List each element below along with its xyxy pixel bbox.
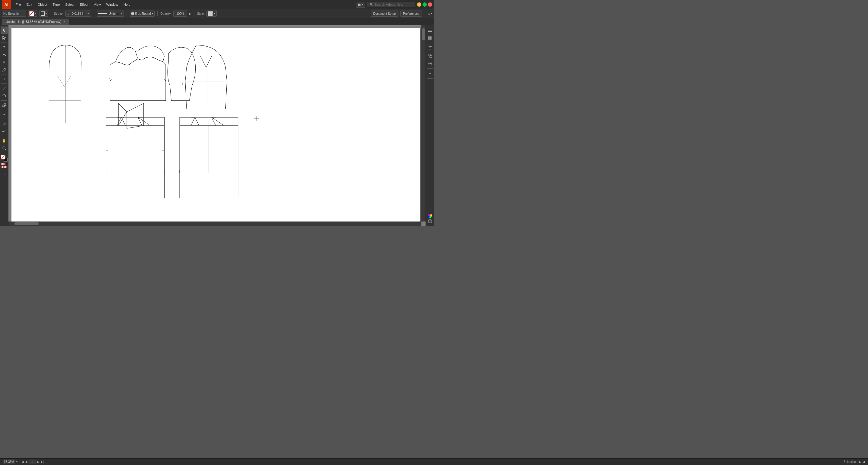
close-button[interactable] (428, 2, 432, 7)
selection-tool[interactable] (1, 27, 8, 34)
doc-setup-button[interactable]: Document Setup (371, 10, 399, 17)
opacity-more-icon: ▶ (189, 12, 191, 16)
color-wheel-icon[interactable] (428, 214, 432, 218)
fill-indicator (1, 155, 5, 159)
asset-export-icon[interactable] (427, 70, 434, 77)
type-tool[interactable]: T (1, 75, 8, 83)
menu-select[interactable]: Select (63, 2, 77, 7)
canvas-area[interactable]: .pattern { fill: none; stroke: #222; str… (8, 25, 426, 226)
menu-file[interactable]: File (13, 2, 24, 7)
fill-dropdown-icon: ▾ (35, 12, 36, 15)
menu-object[interactable]: Object (35, 2, 50, 7)
svg-point-0 (5, 55, 6, 56)
artboard-tool[interactable]: ••• (1, 170, 8, 178)
libraries-icon[interactable] (427, 34, 434, 41)
paintbrush-tool[interactable] (1, 66, 8, 73)
workspace-icon: ⊞ (358, 3, 361, 7)
workspace-selector[interactable]: ⊞ ▾ (356, 2, 365, 7)
tool-sep-6 (1, 119, 7, 119)
fill-color[interactable]: ▾ (28, 10, 37, 17)
stroke-color[interactable]: ▾ (39, 10, 48, 17)
svg-rect-38 (430, 36, 432, 38)
stroke-input[interactable] (70, 12, 87, 16)
search-input[interactable] (375, 3, 411, 6)
ellipse-tool[interactable] (1, 92, 8, 99)
maximize-button[interactable] (423, 2, 427, 7)
menu-effect[interactable]: Effect (78, 2, 91, 7)
stroke-style-caret: ▾ (121, 12, 122, 15)
appearance-panel-icon[interactable] (427, 60, 434, 67)
transform-tool[interactable] (1, 101, 8, 109)
opacity-input[interactable] (175, 12, 186, 16)
stroke-cap-dropdown[interactable]: 5 pt. Round ▾ (130, 10, 155, 17)
svg-line-2 (3, 87, 6, 90)
style-control[interactable]: ▾ (207, 10, 217, 17)
svg-point-7 (2, 131, 4, 132)
toolbox: ✒ ✏ T ✂ (0, 25, 8, 226)
style-label: Style: (197, 12, 205, 16)
stroke-style-dropdown[interactable]: Uniform ▾ (97, 10, 124, 17)
svg-rect-35 (428, 30, 432, 30)
opacity-control[interactable] (173, 10, 187, 17)
tool-sep-1 (1, 42, 7, 42)
direct-selection-tool[interactable] (1, 34, 8, 41)
search-icon: 🔍 (370, 3, 373, 6)
curvature-tool[interactable] (1, 51, 8, 58)
window-controls (417, 2, 432, 7)
properties-panel-icon[interactable] (427, 27, 434, 34)
menu-window[interactable]: Window (104, 2, 121, 7)
svg-line-11 (5, 149, 6, 150)
workspace-caret: ▾ (362, 3, 363, 6)
h-scrollbar[interactable] (8, 221, 421, 226)
line-tool[interactable] (1, 85, 8, 92)
stroke-dropdown-icon: ▾ (45, 12, 47, 15)
svg-rect-44 (428, 54, 430, 56)
ai-logo-icon: Ai (2, 0, 11, 9)
v-scrollbar[interactable] (421, 25, 426, 221)
svg-rect-30 (106, 170, 164, 198)
document-tab[interactable]: Untitled-1* @ 33.33 % (CMYK/Preview) × (2, 19, 69, 25)
menu-view[interactable]: View (91, 2, 103, 7)
pencil-tool[interactable]: ✏ (1, 59, 8, 66)
stroke-down-arrow: ▼ (87, 12, 90, 15)
minimize-button[interactable] (417, 2, 421, 7)
zoom-tool[interactable] (1, 145, 8, 152)
h-scrollbar-thumb[interactable] (14, 222, 38, 225)
separator-1 (51, 11, 51, 16)
svg-line-17 (64, 75, 71, 87)
hand-tool[interactable]: ✋ (1, 137, 8, 144)
panel-separator-2 (427, 68, 433, 69)
right-panels (426, 25, 434, 226)
stroke-cap-label: 5 pt. Round (135, 12, 151, 16)
menu-help[interactable]: Help (121, 2, 133, 7)
search-box[interactable]: 🔍 (367, 2, 415, 7)
tab-close-button[interactable]: × (64, 20, 66, 24)
svg-rect-5 (4, 104, 6, 105)
transform-panel-icon[interactable] (427, 52, 434, 59)
opacity-more[interactable]: ▶ (189, 12, 191, 16)
color-solid-icon[interactable] (428, 219, 432, 223)
scissors-tool[interactable]: ✂ (1, 111, 8, 118)
v-scrollbar-thumb[interactable] (422, 28, 425, 40)
pen-tool[interactable]: ✒ (1, 43, 8, 51)
svg-rect-36 (428, 31, 432, 32)
svg-rect-45 (430, 56, 432, 58)
separator-5 (194, 11, 194, 16)
preferences-button[interactable]: Preferences (400, 10, 422, 17)
menu-type[interactable]: Type (50, 2, 62, 7)
align-panel-icon[interactable] (427, 44, 434, 52)
stroke-value-control[interactable]: ▲ ▼ (65, 10, 91, 17)
svg-rect-34 (428, 29, 432, 29)
foreground-color-swatch[interactable] (1, 155, 5, 159)
blend-tool[interactable] (1, 128, 8, 135)
options-bar: No Selection ▾ ▾ Stroke: ▲ ▼ Uniform ▾ 5… (0, 9, 434, 18)
artboard-nav[interactable]: ⊞ ▾ (428, 12, 432, 16)
menu-edit[interactable]: Edit (24, 2, 35, 7)
svg-point-3 (3, 95, 6, 97)
eyedropper-tool[interactable] (1, 120, 8, 127)
pattern-icon[interactable] (1, 166, 7, 168)
artboard: .pattern { fill: none; stroke: #222; str… (11, 28, 420, 226)
tool-sep-4 (1, 100, 7, 101)
svg-rect-41 (429, 46, 432, 47)
gradient-icon[interactable] (1, 163, 7, 165)
